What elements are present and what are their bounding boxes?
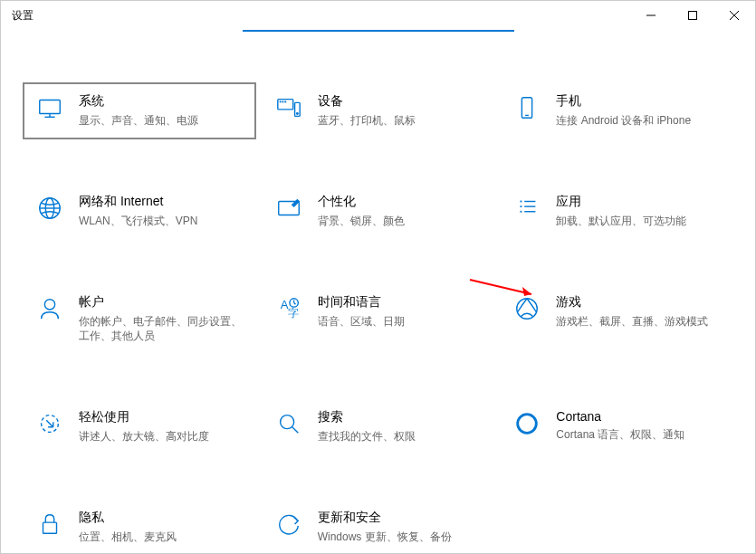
category-gaming[interactable]: 游戏 游戏栏、截屏、直播、游戏模式 bbox=[500, 283, 733, 356]
privacy-icon bbox=[35, 510, 64, 539]
update-security-icon bbox=[274, 510, 303, 539]
window-title: 设置 bbox=[12, 8, 33, 24]
category-phone[interactable]: 手机 连接 Android 设备和 iPhone bbox=[500, 82, 733, 139]
phone-icon bbox=[512, 93, 541, 122]
category-desc: 卸载、默认应用、可选功能 bbox=[556, 214, 686, 229]
category-desc: 你的帐户、电子邮件、同步设置、工作、其他人员 bbox=[79, 314, 247, 345]
svg-line-30 bbox=[293, 302, 295, 304]
category-title: 应用 bbox=[556, 194, 686, 210]
category-title: 搜索 bbox=[318, 409, 416, 425]
category-accounts[interactable]: 帐户 你的帐户、电子邮件、同步设置、工作、其他人员 bbox=[23, 283, 256, 356]
svg-rect-10 bbox=[279, 101, 281, 103]
time-language-icon: A字 bbox=[274, 294, 303, 323]
category-desc: 语音、区域、日期 bbox=[318, 314, 405, 330]
category-desc: Cortana 语言、权限、通知 bbox=[556, 427, 684, 443]
category-text: 轻松使用 讲述人、放大镜、高对比度 bbox=[79, 409, 209, 444]
category-ease-of-access[interactable]: 轻松使用 讲述人、放大镜、高对比度 bbox=[23, 398, 256, 455]
category-text: Cortana Cortana 语言、权限、通知 bbox=[556, 409, 684, 443]
category-title: 网络和 Internet bbox=[79, 194, 197, 210]
svg-rect-11 bbox=[282, 101, 283, 103]
category-text: 时间和语言 语音、区域、日期 bbox=[318, 294, 405, 330]
category-text: 搜索 查找我的文件、权限 bbox=[318, 409, 416, 444]
category-desc: 讲述人、放大镜、高对比度 bbox=[79, 429, 209, 444]
svg-rect-36 bbox=[43, 522, 57, 533]
category-title: Cortana bbox=[556, 409, 684, 424]
svg-point-25 bbox=[44, 299, 54, 309]
svg-rect-12 bbox=[284, 101, 286, 103]
cortana-icon bbox=[512, 409, 541, 438]
svg-point-9 bbox=[296, 113, 298, 115]
svg-point-33 bbox=[280, 416, 293, 429]
category-search[interactable]: 搜索 查找我的文件、权限 bbox=[262, 398, 495, 455]
category-devices[interactable]: 设备 蓝牙、打印机、鼠标 bbox=[262, 82, 495, 139]
category-text: 隐私 位置、相机、麦克风 bbox=[79, 510, 177, 545]
category-apps[interactable]: 应用 卸载、默认应用、可选功能 bbox=[500, 183, 733, 240]
category-desc: 位置、相机、麦克风 bbox=[79, 530, 177, 545]
window-controls bbox=[630, 1, 755, 30]
category-text: 个性化 背景、锁屏、颜色 bbox=[318, 194, 405, 229]
category-desc: 显示、声音、通知、电源 bbox=[79, 113, 198, 129]
category-text: 更新和安全 Windows 更新、恢复、备份 bbox=[318, 510, 452, 545]
category-title: 隐私 bbox=[79, 510, 177, 526]
category-title: 游戏 bbox=[556, 294, 708, 310]
personalization-icon bbox=[274, 194, 303, 223]
categories-grid: 系统 显示、声音、通知、电源 设备 蓝牙、打印机、鼠标 手机 连接 Androi… bbox=[1, 35, 755, 554]
search-icon bbox=[274, 409, 303, 438]
category-desc: 背景、锁屏、颜色 bbox=[318, 214, 405, 229]
close-button[interactable] bbox=[713, 1, 755, 30]
category-text: 手机 连接 Android 设备和 iPhone bbox=[556, 93, 691, 129]
category-text: 网络和 Internet WLAN、飞行模式、VPN bbox=[79, 194, 197, 229]
category-title: 手机 bbox=[556, 93, 691, 110]
svg-rect-4 bbox=[40, 100, 61, 114]
category-desc: Windows 更新、恢复、备份 bbox=[318, 530, 452, 545]
svg-text:字: 字 bbox=[288, 307, 299, 320]
category-text: 游戏 游戏栏、截屏、直播、游戏模式 bbox=[556, 294, 708, 330]
category-title: 个性化 bbox=[318, 194, 405, 210]
accounts-icon bbox=[35, 294, 64, 323]
gaming-icon bbox=[512, 294, 541, 323]
category-system[interactable]: 系统 显示、声音、通知、电源 bbox=[23, 82, 256, 139]
category-title: 时间和语言 bbox=[318, 294, 405, 310]
category-desc: 蓝牙、打印机、鼠标 bbox=[318, 113, 416, 129]
svg-point-35 bbox=[518, 415, 537, 434]
category-text: 系统 显示、声音、通知、电源 bbox=[79, 93, 198, 129]
category-title: 设备 bbox=[318, 93, 416, 110]
category-text: 设备 蓝牙、打印机、鼠标 bbox=[318, 93, 416, 129]
devices-icon bbox=[274, 93, 303, 122]
category-text: 帐户 你的帐户、电子邮件、同步设置、工作、其他人员 bbox=[79, 294, 247, 345]
category-title: 帐户 bbox=[79, 294, 247, 310]
category-desc: 游戏栏、截屏、直播、游戏模式 bbox=[556, 314, 708, 330]
category-desc: 查找我的文件、权限 bbox=[318, 429, 416, 444]
category-cortana[interactable]: Cortana Cortana 语言、权限、通知 bbox=[500, 398, 733, 455]
maximize-button[interactable] bbox=[672, 1, 713, 30]
category-title: 更新和安全 bbox=[318, 510, 452, 526]
system-icon bbox=[35, 93, 64, 122]
svg-rect-7 bbox=[277, 100, 292, 110]
category-title: 系统 bbox=[79, 93, 198, 110]
ease-of-access-icon bbox=[35, 409, 64, 438]
category-update-security[interactable]: 更新和安全 Windows 更新、恢复、备份 bbox=[262, 499, 495, 554]
search-underline[interactable] bbox=[243, 26, 514, 32]
category-personalization[interactable]: 个性化 背景、锁屏、颜色 bbox=[262, 183, 495, 240]
minimize-button[interactable] bbox=[630, 1, 672, 30]
category-desc: WLAN、飞行模式、VPN bbox=[79, 214, 197, 229]
category-privacy[interactable]: 隐私 位置、相机、麦克风 bbox=[23, 499, 256, 554]
svg-line-34 bbox=[292, 427, 298, 434]
apps-icon bbox=[512, 194, 541, 223]
category-title: 轻松使用 bbox=[79, 409, 209, 425]
category-desc: 连接 Android 设备和 iPhone bbox=[556, 113, 691, 129]
category-time-language[interactable]: A字 时间和语言 语音、区域、日期 bbox=[262, 283, 495, 356]
category-network[interactable]: 网络和 Internet WLAN、飞行模式、VPN bbox=[23, 183, 256, 240]
network-icon bbox=[35, 194, 64, 223]
category-text: 应用 卸载、默认应用、可选功能 bbox=[556, 194, 686, 229]
svg-rect-1 bbox=[689, 12, 697, 20]
